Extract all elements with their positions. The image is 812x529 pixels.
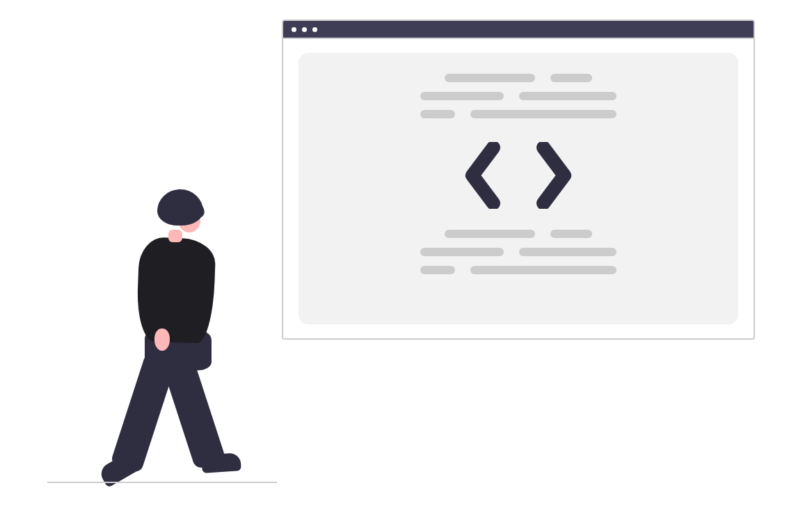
placeholder-bar: [445, 74, 535, 82]
placeholder-bar: [550, 230, 592, 238]
placeholder-row: [369, 230, 668, 238]
traffic-light-dot: [312, 27, 317, 32]
person-head: [157, 189, 203, 238]
placeholder-bar: [420, 248, 504, 256]
placeholder-bar: [420, 266, 455, 274]
chevron-right-icon: [532, 142, 574, 209]
placeholder-bar: [420, 110, 455, 118]
placeholder-bar: [420, 92, 504, 100]
placeholder-row: [369, 74, 668, 82]
traffic-light-dot: [292, 27, 296, 32]
person-illustration: [97, 189, 250, 489]
traffic-light-dot: [302, 27, 307, 32]
placeholder-bar: [470, 110, 616, 118]
placeholder-row: [369, 266, 668, 274]
placeholder-bar: [470, 266, 616, 274]
placeholder-row: [369, 248, 668, 256]
placeholder-bar: [519, 92, 616, 100]
chevron-left-icon: [463, 142, 504, 209]
person-hand: [154, 329, 170, 351]
code-icon: [463, 142, 574, 209]
window-titlebar: [283, 21, 754, 39]
placeholder-row: [369, 110, 668, 118]
placeholder-bar: [550, 74, 592, 82]
person-shoe: [201, 452, 241, 473]
placeholder-bar: [519, 248, 616, 256]
ground-line: [47, 482, 277, 483]
illustration-stage: [0, 0, 812, 529]
placeholder-bar: [445, 230, 535, 238]
browser-window: [282, 19, 755, 340]
content-sheet: [298, 53, 738, 324]
placeholder-row: [369, 92, 668, 100]
top-text-block: [369, 74, 668, 118]
bottom-text-block: [369, 230, 668, 274]
